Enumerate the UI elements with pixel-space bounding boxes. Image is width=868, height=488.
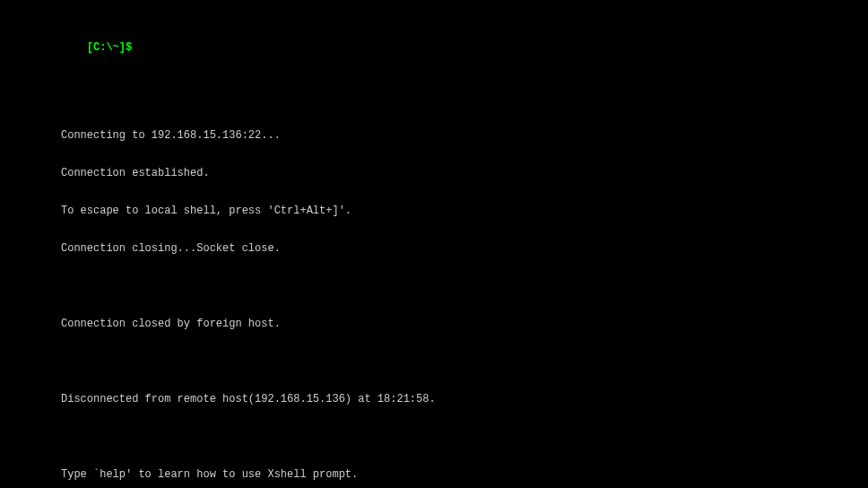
blank-line bbox=[61, 431, 868, 443]
output-line: Connecting to 192.168.15.136:22... bbox=[61, 129, 868, 142]
shell-prompt: [C:\~]$ bbox=[87, 41, 139, 54]
blank-line bbox=[61, 92, 868, 104]
output-line: Connection closed by foreign host. bbox=[61, 318, 868, 330]
output-line: Disconnected from remote host(192.168.15… bbox=[61, 393, 868, 405]
output-line: Connection established. bbox=[61, 167, 868, 179]
output-line: Connection closing...Socket close. bbox=[61, 242, 868, 255]
blank-line bbox=[61, 280, 868, 292]
blank-line bbox=[61, 355, 868, 368]
output-line: To escape to local shell, press 'Ctrl+Al… bbox=[61, 205, 868, 217]
output-line: Type `help' to learn how to use Xshell p… bbox=[61, 468, 868, 481]
prompt-line-1: [C:\~]$ bbox=[61, 29, 868, 66]
terminal-output[interactable]: [C:\~]$ Connecting to 192.168.15.136:22.… bbox=[61, 4, 868, 488]
